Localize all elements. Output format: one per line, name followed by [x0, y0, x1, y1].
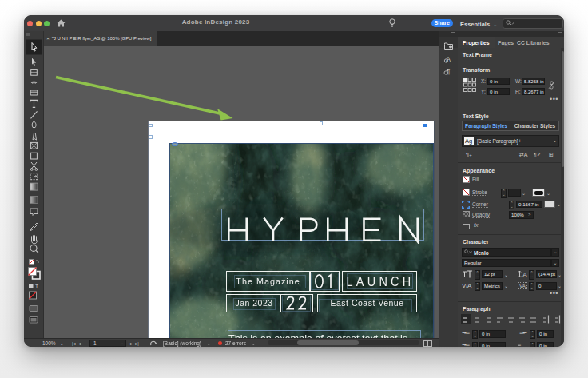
svg-text:A: A	[522, 271, 527, 278]
svg-text:T: T	[35, 284, 38, 289]
